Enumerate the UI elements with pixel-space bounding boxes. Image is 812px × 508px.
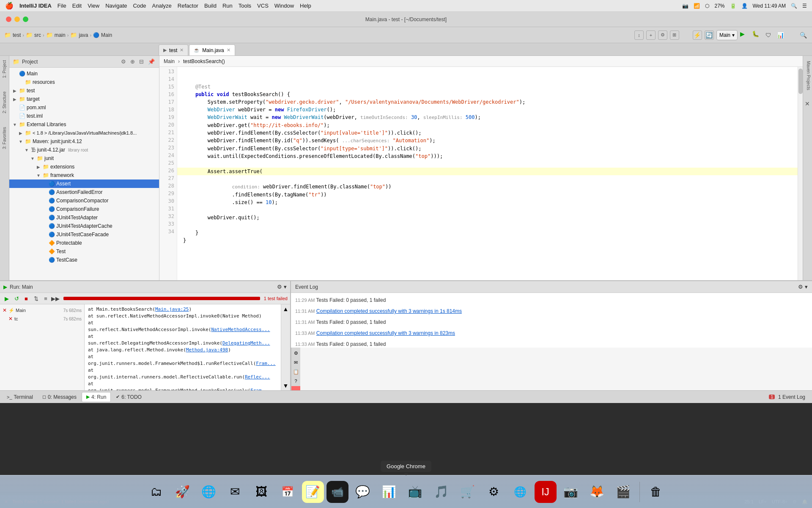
sync-btn[interactable]: ↕ <box>634 30 644 40</box>
tree-item-assert[interactable]: 🔵 Assert <box>9 179 159 188</box>
profile-button[interactable]: 📊 <box>776 30 785 40</box>
rebuild-icon[interactable]: 🔄 <box>705 30 714 40</box>
git-tab[interactable]: ✕ <box>803 98 812 110</box>
debug-button[interactable]: 🐛 <box>752 30 761 40</box>
close-button[interactable] <box>6 17 11 22</box>
menu-help[interactable]: Help <box>300 3 311 9</box>
run-settings-btn[interactable]: ⚙ <box>277 284 282 290</box>
run-config-dropdown[interactable]: Main ▾ <box>716 30 738 40</box>
project-sync-btn[interactable]: ⊕ <box>129 58 136 65</box>
project-collapse-btn[interactable]: ⊟ <box>138 58 145 65</box>
event-log-side-btn-2[interactable]: ✉ <box>293 359 299 367</box>
tree-item-junit4-facade[interactable]: 🔵 JUnit4TestCaseFacade <box>9 230 159 239</box>
tree-item-extlibs[interactable]: 📁 External Libraries <box>9 120 159 129</box>
menu-refactor[interactable]: Refactor <box>178 3 198 9</box>
editor-scrollbar-thumb[interactable] <box>798 69 803 94</box>
tab-test-close[interactable]: ✕ <box>180 47 184 53</box>
tree-item-junit4-adapter[interactable]: 🔵 JUnit4TestAdapter <box>9 213 159 222</box>
tree-item-iml[interactable]: 📄 test.iml <box>9 112 159 120</box>
dock-finder[interactable]: 🗂 <box>145 480 168 504</box>
dock-notes[interactable]: 📝 <box>302 481 324 503</box>
dock-numbers[interactable]: 📊 <box>377 480 401 504</box>
dock-facetime[interactable]: 📹 <box>326 481 348 503</box>
method-tab-testbooks[interactable]: testBooksSearch() <box>183 58 225 64</box>
coverage-button[interactable]: 🛡 <box>764 30 773 40</box>
menu-vcs[interactable]: VCS <box>257 3 269 9</box>
tab-main-java[interactable]: ☕ Main.java ✕ <box>189 44 235 55</box>
run-filter-btn[interactable]: ≡ <box>41 294 50 303</box>
settings-btn[interactable]: ⚙ <box>658 30 667 40</box>
breadcrumb-main-class[interactable]: Main <box>101 32 112 38</box>
run-button[interactable]: ▶ <box>740 30 749 40</box>
notification-icon[interactable]: ☰ <box>802 3 807 9</box>
run-stop-btn[interactable]: ■ <box>22 294 30 303</box>
dock-photos[interactable]: 🖼 <box>250 480 273 504</box>
method-tab-main[interactable]: Main <box>164 58 175 64</box>
menu-code[interactable]: Code <box>133 3 146 9</box>
menu-file[interactable]: File <box>58 3 66 9</box>
event-log-bottom-tab[interactable]: 1 1 Event Log <box>765 392 809 402</box>
tree-item-junit-jar[interactable]: 🗜 junit-4.12.jar library root <box>9 146 159 154</box>
event-link-3[interactable]: Compilation completed successfully with … <box>316 330 455 336</box>
project-settings-btn[interactable]: ⚙ <box>120 58 127 65</box>
menu-build[interactable]: Build <box>204 3 217 9</box>
output-link-3[interactable]: DelegatingMeth... <box>222 340 270 346</box>
add-btn[interactable]: + <box>646 30 656 40</box>
tree-item-protectable[interactable]: 🔶 Protectable <box>9 239 159 247</box>
event-log-side-btn-4[interactable]: ? <box>293 377 298 385</box>
dock-messages[interactable]: 💬 <box>351 480 375 504</box>
terminal-tab[interactable]: >_ Terminal <box>3 392 37 402</box>
code-content[interactable]: @Test public void testBooksSearch() { Sy… <box>177 67 798 280</box>
messages-tab[interactable]: ◻ 0: Messages <box>38 392 81 402</box>
breadcrumb-test[interactable]: test <box>13 32 21 38</box>
tree-item-resources[interactable]: 📁 resources <box>9 78 159 86</box>
maximize-button[interactable] <box>23 17 28 22</box>
menu-edit[interactable]: Edit <box>72 3 82 9</box>
event-log-close-btn[interactable]: ▾ <box>805 284 808 290</box>
output-link-5[interactable]: Fram... <box>256 361 275 366</box>
breadcrumb-src[interactable]: src <box>34 32 41 38</box>
search-icon[interactable]: 🔍 <box>791 3 797 9</box>
output-link-7[interactable]: Fram... <box>250 388 270 390</box>
tree-item-framework[interactable]: 📁 framework <box>9 171 159 179</box>
breadcrumb-main[interactable]: main <box>55 32 66 38</box>
menu-analyze[interactable]: Analyze <box>152 3 172 9</box>
scroll-up-btn[interactable]: ▲ <box>281 304 290 314</box>
event-log-settings-btn[interactable]: ⚙ <box>798 284 803 290</box>
dock-intellij[interactable]: IJ <box>535 481 557 503</box>
run-tab[interactable]: ▶ 4: Run <box>82 392 111 402</box>
build-icon[interactable]: ⚡ <box>693 30 702 40</box>
run-sort-btn[interactable]: ⇅ <box>32 294 40 303</box>
layout-btn[interactable]: ⊞ <box>670 30 679 40</box>
maven-projects-tab[interactable]: Maven Projects <box>803 58 812 93</box>
run-restart-btn[interactable]: ▶ <box>3 294 11 303</box>
dock-gallery[interactable]: 📷 <box>559 480 583 504</box>
dock-trash[interactable]: 🗑 <box>644 480 668 504</box>
menu-run[interactable]: Run <box>222 3 233 9</box>
tree-item-maven-junit[interactable]: 📁 Maven: junit:junit:4.12 <box>9 137 159 146</box>
tree-item-main[interactable]: 🔵 Main <box>9 69 159 78</box>
event-link-1[interactable]: Compilation completed successfully with … <box>316 308 462 314</box>
breadcrumb-java[interactable]: java <box>79 32 88 38</box>
tree-item-target[interactable]: 📁 target <box>9 95 159 103</box>
vtab-project[interactable]: 1: Project <box>1 58 8 80</box>
tab-main-close[interactable]: ✕ <box>227 47 230 53</box>
output-link-0[interactable]: Main.java:25 <box>155 306 189 312</box>
menu-window[interactable]: Window <box>274 3 294 9</box>
search-everywhere[interactable]: 🔍 <box>798 30 808 40</box>
menu-navigate[interactable]: Navigate <box>105 3 127 9</box>
output-link-4[interactable]: Method.java:498 <box>186 347 228 353</box>
dock-syspreferences[interactable]: ⚙ <box>482 480 506 504</box>
dock-launchpad[interactable]: 🚀 <box>171 480 195 504</box>
menu-tools[interactable]: Tools <box>239 3 251 9</box>
tree-item-extensions[interactable]: 📁 extensions <box>9 163 159 171</box>
dock-keynote[interactable]: 📺 <box>403 480 427 504</box>
tree-item-jdk[interactable]: 📁 < 1.8 > /Library/Java/JavaVirtualMachi… <box>9 129 159 137</box>
tree-item-test[interactable]: 📁 test <box>9 86 159 95</box>
apple-menu[interactable]: 🍎 <box>5 2 14 10</box>
dock-chrome[interactable]: 🌐 <box>508 480 532 504</box>
tree-item-assertion-error[interactable]: 🔵 AssertionFailedError <box>9 188 159 196</box>
vtab-structure[interactable]: 2: Structure <box>1 90 8 115</box>
dock-firefox[interactable]: 🦊 <box>585 480 609 504</box>
run-close-btn[interactable]: ▾ <box>284 284 287 290</box>
